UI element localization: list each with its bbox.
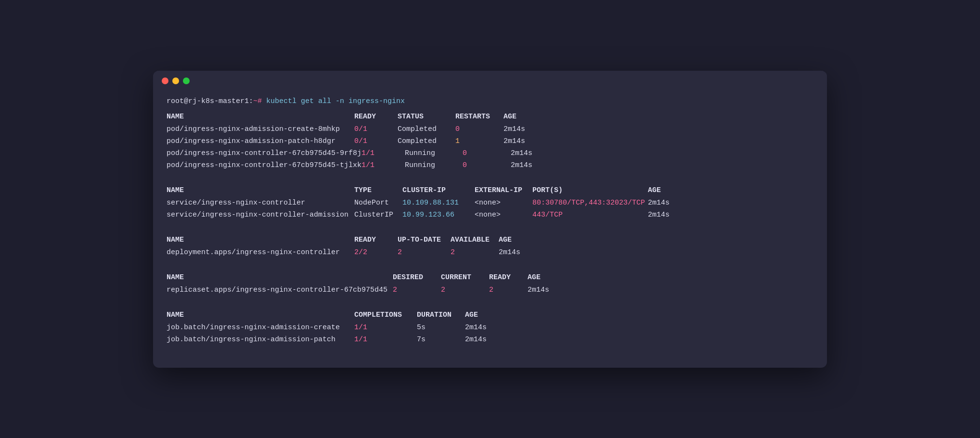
replicasets-header: NAME DESIRED CURRENT READY AGE: [167, 272, 813, 283]
pod-status-2: Running: [405, 148, 463, 159]
dep-available-0: 2: [451, 247, 499, 258]
terminal-content: root@rj-k8s-master1:~# kubectl get all -…: [153, 91, 827, 368]
prompt-command: kubectl get all -n ingress-nginx: [262, 97, 405, 105]
job-name-1: job.batch/ingress-nginx-admission-patch: [167, 334, 354, 346]
svc-name-1: service/ingress-nginx-controller-admissi…: [167, 209, 354, 221]
dep-name-0: deployment.apps/ingress-nginx-controller: [167, 247, 354, 258]
maximize-button[interactable]: [183, 77, 190, 84]
jobs-header: NAME COMPLETIONS DURATION AGE: [167, 309, 813, 321]
job-completions-1: 1/1: [354, 334, 417, 346]
close-button[interactable]: [162, 77, 168, 84]
deployments-header: NAME READY UP-TO-DATE AVAILABLE AGE: [167, 234, 813, 246]
job-name-0: job.batch/ingress-nginx-admission-create: [167, 322, 354, 334]
svc-age-0: 2m14s: [648, 197, 686, 209]
svc-externalip-0: <none>: [475, 197, 532, 209]
services-header: NAME TYPE CLUSTER-IP EXTERNAL-IP PORT(S)…: [167, 185, 813, 196]
rs-header-name: NAME: [167, 272, 393, 283]
pods-header: NAME READY STATUS RESTARTS AGE: [167, 111, 813, 123]
svc-header-age: AGE: [648, 185, 686, 196]
minimize-button[interactable]: [172, 77, 179, 84]
services-section: NAME TYPE CLUSTER-IP EXTERNAL-IP PORT(S)…: [167, 185, 813, 221]
deployments-section: NAME READY UP-TO-DATE AVAILABLE AGE depl…: [167, 234, 813, 258]
table-row: pod/ingress-nginx-admission-create-8mhkp…: [167, 124, 813, 135]
rs-name-0: replicaset.apps/ingress-nginx-controller…: [167, 284, 393, 296]
job-header-completions: COMPLETIONS: [354, 309, 417, 321]
table-row: replicaset.apps/ingress-nginx-controller…: [167, 284, 813, 296]
svc-header-name: NAME: [167, 185, 354, 196]
svc-clusterip-1: 10.99.123.66: [402, 209, 475, 221]
job-header-name: NAME: [167, 309, 354, 321]
pod-ready-3: 1/1: [361, 160, 405, 171]
svc-age-1: 2m14s: [648, 209, 686, 221]
dep-age-0: 2m14s: [499, 247, 537, 258]
pod-age-1: 2m14s: [503, 136, 542, 147]
pod-name-3: pod/ingress-nginx-controller-67cb975d45-…: [167, 160, 361, 171]
rs-header-desired: DESIRED: [393, 272, 441, 283]
pods-section: NAME READY STATUS RESTARTS AGE pod/ingre…: [167, 111, 813, 171]
pod-age-0: 2m14s: [503, 124, 542, 135]
pod-restarts-3: 0: [463, 160, 511, 171]
pod-ready-0: 0/1: [354, 124, 398, 135]
svc-type-1: ClusterIP: [354, 209, 402, 221]
pod-age-2: 2m14s: [511, 148, 549, 159]
replicasets-section: NAME DESIRED CURRENT READY AGE replicase…: [167, 272, 813, 296]
dep-header-uptodate: UP-TO-DATE: [398, 234, 451, 246]
pod-name-1: pod/ingress-nginx-admission-patch-h8dgr: [167, 136, 354, 147]
terminal-window: root@rj-k8s-master1:~# kubectl get all -…: [153, 71, 827, 368]
job-duration-1: 7s: [417, 334, 465, 346]
pod-ready-2: 1/1: [361, 148, 405, 159]
pods-header-name: NAME: [167, 111, 354, 123]
svc-header-ports: PORT(S): [532, 185, 648, 196]
svc-type-0: NodePort: [354, 197, 402, 209]
table-row: service/ingress-nginx-controller-admissi…: [167, 209, 813, 221]
table-row: job.batch/ingress-nginx-admission-patch …: [167, 334, 813, 346]
pod-name-2: pod/ingress-nginx-controller-67cb975d45-…: [167, 148, 361, 159]
table-row: pod/ingress-nginx-admission-patch-h8dgr …: [167, 136, 813, 147]
pod-restarts-2: 0: [463, 148, 511, 159]
pods-header-ready: READY: [354, 111, 398, 123]
dep-ready-0: 2/2: [354, 247, 398, 258]
svc-header-externalip: EXTERNAL-IP: [475, 185, 532, 196]
svc-header-clusterip: CLUSTER-IP: [402, 185, 475, 196]
job-header-age: AGE: [465, 309, 503, 321]
svc-header-type: TYPE: [354, 185, 402, 196]
dep-header-ready: READY: [354, 234, 398, 246]
job-age-0: 2m14s: [465, 322, 503, 334]
pod-restarts-1: 1: [455, 136, 503, 147]
pod-restarts-0: 0: [455, 124, 503, 135]
table-row: service/ingress-nginx-controller NodePor…: [167, 197, 813, 209]
job-duration-0: 5s: [417, 322, 465, 334]
dep-header-available: AVAILABLE: [451, 234, 499, 246]
pod-age-3: 2m14s: [511, 160, 549, 171]
pod-ready-1: 0/1: [354, 136, 398, 147]
rs-header-ready: READY: [489, 272, 528, 283]
rs-current-0: 2: [441, 284, 489, 296]
svc-name-0: service/ingress-nginx-controller: [167, 197, 354, 209]
dep-header-age: AGE: [499, 234, 537, 246]
table-row: pod/ingress-nginx-controller-67cb975d45-…: [167, 160, 813, 171]
pods-header-age: AGE: [503, 111, 542, 123]
prompt-user: root@rj-k8s-master1:: [167, 97, 253, 105]
dep-uptodate-0: 2: [398, 247, 451, 258]
table-row: deployment.apps/ingress-nginx-controller…: [167, 247, 813, 258]
pods-header-status: STATUS: [398, 111, 455, 123]
table-row: pod/ingress-nginx-controller-67cb975d45-…: [167, 148, 813, 159]
prompt-symbol: ~#: [253, 97, 262, 105]
rs-header-current: CURRENT: [441, 272, 489, 283]
job-completions-0: 1/1: [354, 322, 417, 334]
svc-externalip-1: <none>: [475, 209, 532, 221]
pod-status-3: Running: [405, 160, 463, 171]
prompt-line: root@rj-k8s-master1:~# kubectl get all -…: [167, 96, 813, 107]
pod-name-0: pod/ingress-nginx-admission-create-8mhkp: [167, 124, 354, 135]
rs-age-0: 2m14s: [528, 284, 566, 296]
rs-header-age: AGE: [528, 272, 566, 283]
job-header-duration: DURATION: [417, 309, 465, 321]
rs-ready-0: 2: [489, 284, 528, 296]
table-row: job.batch/ingress-nginx-admission-create…: [167, 322, 813, 334]
titlebar: [153, 71, 827, 91]
jobs-section: NAME COMPLETIONS DURATION AGE job.batch/…: [167, 309, 813, 346]
svc-ports-0: 80:30780/TCP,443:32023/TCP: [532, 197, 648, 209]
pod-status-1: Completed: [398, 136, 455, 147]
job-age-1: 2m14s: [465, 334, 503, 346]
svc-ports-1: 443/TCP: [532, 209, 648, 221]
